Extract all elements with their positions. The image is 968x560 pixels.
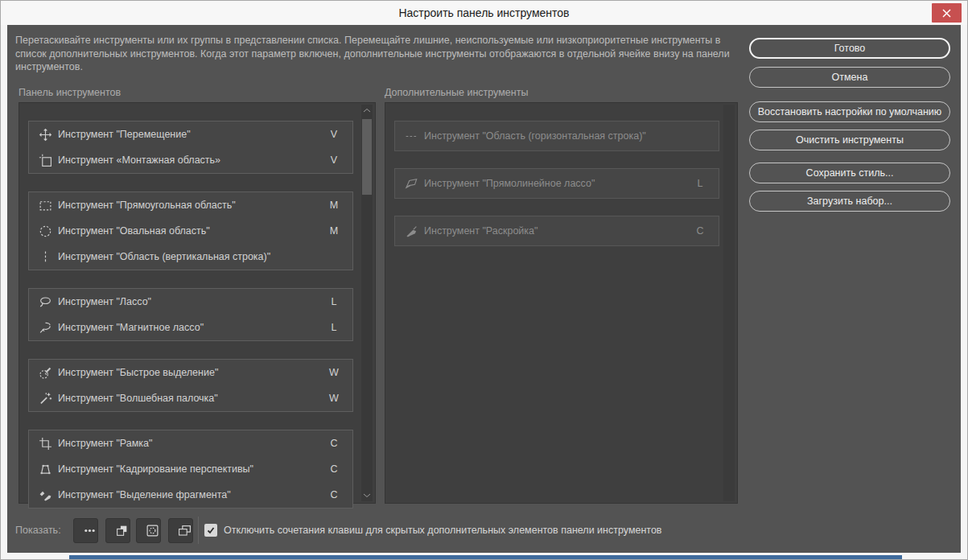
show-screen-mode-toggle[interactable] [168, 518, 193, 543]
tool-shortcut: W [325, 367, 343, 378]
show-edit-toolbar-toggle[interactable] [73, 518, 98, 543]
extra-tools-list[interactable]: Инструмент "Область (горизонтальная стро… [385, 102, 738, 504]
tool-label: Инструмент "Быстрое выделение" [58, 367, 325, 378]
magic-wand-icon [36, 392, 54, 406]
single-row-marquee-icon [402, 130, 420, 143]
tool-row[interactable]: Инструмент "Магнитное лассо"L [29, 315, 352, 340]
window-title: Настроить панель инструментов [398, 1, 569, 25]
titlebar[interactable]: Настроить панель инструментов [1, 1, 967, 25]
quick-mask-icon [143, 524, 161, 537]
tool-label: Инструмент "Прямолинейное лассо" [424, 178, 691, 189]
checkmark-icon [206, 525, 216, 535]
tool-label: Инструмент «Монтажная область» [58, 154, 325, 166]
extra-tool-box: Инструмент "Область (горизонтальная стро… [394, 121, 719, 151]
dialog-description: Перетаскивайте инструменты или их группы… [15, 34, 739, 74]
tool-group: Инструмент "Перемещение"VИнструмент «Мон… [28, 121, 353, 174]
tool-row[interactable]: Инструмент "Овальная область"M [29, 218, 352, 244]
right-list-scrollbar[interactable] [723, 105, 735, 501]
disable-shortcuts-checkbox[interactable] [204, 524, 217, 537]
tool-group: Инструмент "Рамка"CИнструмент "Кадрирова… [28, 430, 353, 509]
tool-label: Инструмент "Перемещение" [58, 129, 325, 140]
tool-shortcut: C [325, 463, 343, 475]
tool-row[interactable]: Инструмент "Перемещение"V [29, 121, 352, 147]
tool-group: Инструмент "Лассо"LИнструмент "Магнитное… [28, 288, 353, 341]
tool-shortcut: W [325, 393, 343, 404]
toolbar-panel-header: Панель инструментов [19, 87, 121, 98]
slice-select-icon [36, 488, 54, 502]
tool-shortcut: L [691, 178, 709, 189]
tool-shortcut: V [325, 154, 343, 166]
extra-tools-items: Инструмент "Область (горизонтальная стро… [394, 121, 719, 263]
restore-defaults-button[interactable]: Восстановить настройки по умолчанию [749, 101, 950, 122]
load-preset-button[interactable]: Загрузить набор... [749, 191, 950, 212]
show-quick-mask-toggle[interactable] [136, 518, 161, 543]
tool-row[interactable]: Инструмент "Прямолинейное лассо"L [395, 169, 719, 198]
scrollbar-thumb[interactable] [362, 119, 372, 195]
tool-label: Инструмент "Волшебная палочка" [58, 393, 325, 404]
crop-icon [36, 437, 54, 451]
dialog-content: Перетаскивайте инструменты или их группы… [7, 25, 961, 553]
tool-label: Инструмент "Кадрирование перспективы" [58, 463, 325, 475]
slice-icon [402, 224, 420, 238]
toolbar-tools-list[interactable]: Инструмент "Перемещение"VИнструмент «Мон… [19, 102, 376, 504]
tool-row[interactable]: Инструмент "Область (горизонтальная стро… [395, 121, 719, 150]
close-button[interactable] [932, 3, 962, 23]
tool-label: Инструмент "Рамка" [58, 438, 325, 449]
tool-label: Инструмент "Раскройка" [424, 225, 691, 237]
clear-tools-button[interactable]: Очистить инструменты [749, 130, 950, 150]
artboard-icon [36, 154, 54, 167]
tool-label: Инструмент "Область (вертикальная строка… [58, 251, 325, 262]
tool-row[interactable]: Инструмент "Выделение фрагмента"C [29, 482, 352, 508]
tool-group: Инструмент "Быстрое выделение"WИнструмен… [28, 359, 353, 412]
tool-label: Инструмент "Овальная область" [58, 225, 325, 237]
tool-row[interactable]: Инструмент "Область (вертикальная строка… [29, 244, 352, 270]
left-list-scrollbar[interactable] [361, 105, 373, 501]
tool-row[interactable]: Инструмент "Рамка"C [29, 430, 352, 456]
extra-tool-box: Инструмент "Прямолинейное лассо"L [394, 168, 719, 199]
ellipse-marquee-icon [36, 224, 54, 238]
close-icon [942, 9, 951, 18]
background-window-strip [69, 555, 902, 559]
tool-shortcut: L [325, 296, 343, 307]
show-label: Показать: [15, 525, 61, 536]
tool-label: Инструмент "Выделение фрагмента" [58, 489, 325, 500]
tool-shortcut: L [325, 322, 343, 333]
perspective-crop-icon [36, 463, 54, 476]
tool-shortcut: M [325, 200, 343, 211]
tool-shortcut: M [325, 225, 343, 237]
tool-row[interactable]: Инструмент "Быстрое выделение"W [29, 360, 352, 385]
polygonal-lasso-icon [402, 177, 420, 191]
tool-label: Инструмент "Магнитное лассо" [58, 322, 325, 333]
footer-bar: Показать: Отключить сочетания клавиш для… [7, 514, 961, 546]
scroll-down-arrow[interactable] [361, 490, 373, 501]
tool-row[interactable]: Инструмент «Монтажная область»V [29, 147, 352, 173]
done-button[interactable]: Готово [749, 38, 950, 59]
cancel-button[interactable]: Отмена [749, 67, 950, 88]
move-icon [36, 128, 54, 142]
extra-tools-panel-header: Дополнительные инструменты [385, 87, 528, 98]
tool-label: Инструмент "Прямоугольная область" [58, 200, 325, 211]
tool-row[interactable]: Инструмент "Прямоугольная область"M [29, 192, 352, 218]
magnetic-lasso-icon [36, 321, 54, 335]
show-colors-toggle[interactable] [105, 518, 130, 543]
single-column-marquee-icon [36, 250, 54, 264]
quick-selection-icon [36, 366, 54, 380]
tool-row[interactable]: Инструмент "Раскройка"C [395, 216, 719, 245]
tool-row[interactable]: Инструмент "Лассо"L [29, 289, 352, 315]
footer-divider [198, 517, 199, 544]
rect-marquee-icon [36, 199, 54, 212]
tool-row[interactable]: Инструмент "Кадрирование перспективы"C [29, 456, 352, 482]
tool-row[interactable]: Инструмент "Волшебная палочка"W [29, 385, 352, 411]
tool-shortcut: C [325, 489, 343, 500]
scroll-up-arrow[interactable] [361, 105, 373, 116]
tool-shortcut: V [325, 129, 343, 140]
tool-shortcut: C [691, 225, 709, 237]
toolbar-groups: Инструмент "Перемещение"VИнструмент «Мон… [28, 121, 353, 526]
ellipsis-icon [80, 524, 98, 537]
tool-label: Инструмент "Лассо" [58, 296, 325, 307]
tool-shortcut: C [325, 438, 343, 449]
lasso-icon [36, 295, 54, 309]
dialog-window: Настроить панель инструментов Перетаскив… [0, 0, 968, 560]
color-swatches-icon [113, 524, 130, 537]
save-preset-button[interactable]: Сохранить стиль... [749, 163, 950, 183]
